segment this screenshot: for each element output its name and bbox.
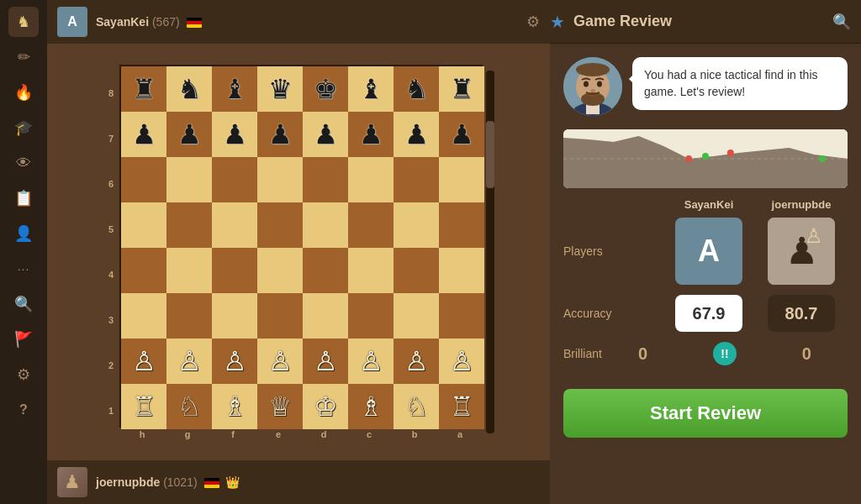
cell-d2[interactable]: ♙	[257, 339, 303, 384]
flag-icon: 🚩	[14, 330, 33, 349]
cell-g8[interactable]: ♞	[394, 66, 439, 112]
sidebar-icon-eye[interactable]: 👁	[8, 148, 39, 178]
cell-b8[interactable]: ♞	[166, 66, 212, 112]
right-player-box: ♟ ♙	[755, 218, 848, 285]
board-scrollbar[interactable]	[486, 71, 494, 433]
file-g: g	[165, 429, 210, 439]
cell-a3[interactable]	[121, 293, 166, 339]
cell-f5[interactable]	[348, 202, 394, 248]
cell-h3[interactable]	[439, 293, 484, 339]
cell-c3[interactable]	[212, 293, 257, 339]
cell-e4[interactable]	[303, 248, 348, 293]
file-e: e	[256, 429, 301, 439]
cell-d5[interactable]	[257, 202, 303, 248]
cell-c8[interactable]: ♝	[212, 66, 257, 112]
start-review-button[interactable]: Start Review	[563, 389, 848, 438]
cell-c4[interactable]	[212, 248, 257, 293]
cell-h5[interactable]	[439, 202, 484, 248]
cell-a5[interactable]	[121, 202, 166, 248]
sidebar-icon-dots[interactable]: ···	[8, 254, 39, 284]
cell-a8[interactable]: ♜	[121, 66, 166, 112]
cell-e1[interactable]: ♔	[303, 384, 348, 429]
sidebar-icon-flag[interactable]: 🚩	[8, 324, 39, 354]
sidebar-icon-flame[interactable]: 🔥	[8, 77, 39, 108]
cell-e7[interactable]: ♟	[303, 112, 348, 157]
cell-f2[interactable]: ♙	[348, 339, 394, 384]
main-area: A SayanKei (567) ⚙ 8 7 6 5 4 3 2 1 ♜	[47, 0, 550, 504]
cell-f7[interactable]: ♟	[348, 112, 394, 157]
cell-f1[interactable]: ♗	[348, 384, 394, 429]
cell-f6[interactable]	[348, 157, 394, 202]
cell-e5[interactable]	[303, 202, 348, 248]
cell-e6[interactable]	[303, 157, 348, 202]
gear-button[interactable]: ⚙	[526, 13, 540, 31]
cell-c1[interactable]: ♗	[212, 384, 257, 429]
cell-h6[interactable]	[439, 157, 484, 202]
cell-b5[interactable]	[166, 202, 212, 248]
cell-b4[interactable]	[166, 248, 212, 293]
cell-g1[interactable]: ♘	[394, 384, 439, 429]
right-player-avatar: ♟ ♙	[768, 218, 835, 285]
cell-b3[interactable]	[166, 293, 212, 339]
sidebar-icon-help[interactable]: ?	[8, 395, 39, 425]
dots-icon: ···	[18, 262, 30, 276]
cell-g6[interactable]	[394, 157, 439, 202]
cell-g3[interactable]	[394, 293, 439, 339]
left-player-avatar: A	[675, 218, 742, 285]
left-player-box: A	[663, 218, 755, 285]
cell-a7[interactable]: ♟	[121, 112, 166, 157]
sidebar-icon-grad[interactable]: 🎓	[8, 113, 39, 143]
cell-h2[interactable]: ♙	[439, 339, 484, 384]
piece-c2: ♙	[223, 348, 247, 375]
cell-a6[interactable]	[121, 157, 166, 202]
cell-h8[interactable]: ♜	[439, 66, 484, 112]
cell-c5[interactable]	[212, 202, 257, 248]
cell-g5[interactable]	[394, 202, 439, 248]
chess-board[interactable]: ♜ ♞ ♝ ♛ ♚ ♝ ♞ ♜ ♟ ♟ ♟ ♟ ♟ ♟ ♟ ♟	[119, 65, 483, 428]
sidebar-icon-search[interactable]: 🔍	[8, 289, 39, 319]
analysis-graph[interactable]	[563, 129, 848, 188]
bottom-player-name: joernupbde (1021) 👑	[96, 475, 240, 489]
cell-a4[interactable]	[121, 248, 166, 293]
piece-b1: ♘	[177, 393, 202, 420]
cell-c6[interactable]	[212, 157, 257, 202]
cell-a2[interactable]: ♙	[121, 339, 166, 384]
cell-a1[interactable]: ♖	[121, 384, 166, 429]
cell-d1[interactable]: ♕	[257, 384, 303, 429]
cell-c7[interactable]: ♟	[212, 112, 257, 157]
cell-c2[interactable]: ♙	[212, 339, 257, 384]
piece-g2: ♙	[404, 348, 429, 375]
cell-b2[interactable]: ♙	[166, 339, 212, 384]
sidebar-icon-brush[interactable]: ✏	[8, 42, 39, 72]
cell-d8[interactable]: ♛	[257, 66, 303, 112]
top-player-avatar: A	[57, 7, 87, 37]
piece-h8: ♜	[450, 76, 474, 102]
cell-b7[interactable]: ♟	[166, 112, 212, 157]
accuracy-label: Accuracy	[563, 307, 663, 320]
cell-d6[interactable]	[257, 157, 303, 202]
cell-e3[interactable]	[303, 293, 348, 339]
cell-g4[interactable]	[394, 248, 439, 293]
cell-f3[interactable]	[348, 293, 394, 339]
cell-e8[interactable]: ♚	[303, 66, 348, 112]
sidebar-icon-calendar[interactable]: 📋	[8, 183, 39, 213]
cell-h4[interactable]	[439, 248, 484, 293]
cell-f8[interactable]: ♝	[348, 66, 394, 112]
piece-e2: ♙	[314, 348, 338, 375]
magnify-icon[interactable]: 🔍	[832, 13, 851, 31]
cell-f4[interactable]	[348, 248, 394, 293]
sidebar-icon-person[interactable]: 👤	[8, 218, 39, 249]
cell-d3[interactable]	[257, 293, 303, 339]
cell-h1[interactable]: ♖	[439, 384, 484, 429]
cell-d4[interactable]	[257, 248, 303, 293]
cell-h7[interactable]: ♟	[439, 112, 484, 157]
cell-b6[interactable]	[166, 157, 212, 202]
rank-4: 4	[103, 252, 119, 297]
cell-e2[interactable]: ♙	[303, 339, 348, 384]
cell-g7[interactable]: ♟	[394, 112, 439, 157]
cell-b1[interactable]: ♘	[166, 384, 212, 429]
sidebar-icon-horse[interactable]: ♞	[8, 7, 39, 37]
sidebar-icon-settings[interactable]: ⚙	[8, 360, 39, 390]
cell-g2[interactable]: ♙	[394, 339, 439, 384]
cell-d7[interactable]: ♟	[257, 112, 303, 157]
